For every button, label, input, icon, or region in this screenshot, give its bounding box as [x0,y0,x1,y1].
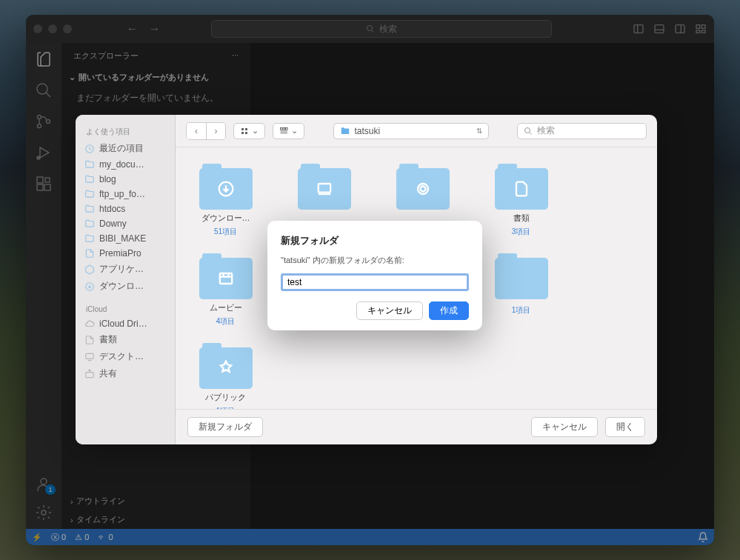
chevron-down-icon: ⌄ [291,126,298,136]
sidebar-item[interactable]: ダウンロ… [76,278,175,295]
sidebar-item-label: アプリケ… [99,263,144,276]
debug-icon[interactable] [35,144,53,161]
sidebar-item[interactable]: アプリケ… [76,261,175,278]
folder-name: ダウンロー… [201,213,250,224]
settings-gear-icon[interactable] [35,504,53,521]
search-placeholder: 検索 [537,124,555,137]
explorer-icon[interactable] [35,50,53,68]
modal-cancel-button[interactable]: キャンセル [356,301,423,320]
desktop-icon [84,352,95,362]
svg-line-13 [46,93,50,97]
maximize-window[interactable] [63,24,72,33]
cloud-icon [84,319,95,329]
sidebar-item[interactable]: BIBI_MAKE [76,231,175,246]
folder-item[interactable]: 1項目 [486,258,556,327]
folder-item[interactable]: ムービー 4項目 [190,258,261,327]
folder-item[interactable]: 書類 3項目 [486,168,556,237]
path-selector[interactable]: tatsuki ⇅ [333,123,489,139]
svg-rect-35 [283,127,285,130]
command-center[interactable]: 検索 [211,20,552,38]
source-control-icon[interactable] [35,113,53,130]
new-folder-button[interactable]: 新規フォルダ [187,417,263,437]
folder-icon [495,168,548,210]
file-icon [84,335,95,345]
folder-item[interactable]: ダウンロー… 51項目 [190,168,261,237]
sidebar-item[interactable]: ftp_up_fo… [76,187,175,201]
sidebar-item[interactable]: my_docu… [76,157,175,172]
sidebar-item[interactable]: PremiaPro [76,246,175,261]
folder-icon [396,168,450,210]
svg-point-44 [418,184,428,194]
nav-back-icon[interactable]: ← [127,22,139,36]
svg-point-14 [38,116,41,119]
search-tab-icon[interactable] [35,81,53,99]
sidebar-item[interactable]: 書類 [76,331,175,348]
open-button[interactable]: 開く [605,417,645,437]
svg-marker-17 [40,147,49,158]
accounts-icon[interactable] [35,476,53,493]
view-group-button[interactable]: ⌄ [273,123,304,139]
notifications-icon[interactable] [698,532,708,542]
svg-point-39 [525,127,530,133]
layout-sidebar-left-icon[interactable] [633,23,644,35]
svg-point-18 [37,156,40,159]
sidebar-item-label: blog [99,174,116,184]
finder-back-button[interactable]: ‹ [187,123,206,139]
svg-point-16 [47,120,50,124]
finder-search[interactable]: 検索 [517,123,647,139]
layout-sidebar-right-icon[interactable] [674,23,686,35]
status-warnings[interactable]: ⚠ 0 [75,533,89,542]
svg-rect-31 [245,128,247,130]
svg-point-12 [37,84,47,94]
finder-footer: 新規フォルダ キャンセル 開く [176,409,657,444]
sidebar-item-label: 最近の項目 [99,142,144,155]
sidebar-item[interactable]: デスクト… [76,348,175,365]
view-icons-button[interactable]: ⌄ [233,123,265,139]
svg-line-1 [372,30,374,33]
svg-point-0 [367,26,373,31]
sidebar-item[interactable]: 最近の項目 [76,140,175,157]
timeline-section[interactable]: › タイムライン [61,510,250,529]
folder-icon [495,258,548,299]
no-folder-section[interactable]: ⌄ 開いているフォルダーがありません [61,69,250,86]
status-errors[interactable]: ⓧ 0 [51,532,66,543]
search-icon [366,24,375,33]
folder-item[interactable]: パブリック 1項目 [190,347,261,409]
traffic-lights [33,24,72,33]
finder-forward-button[interactable]: › [206,123,225,139]
svg-rect-11 [701,30,705,33]
minimize-window[interactable] [48,24,57,33]
icloud-header: iCloud [76,302,175,316]
status-ports[interactable]: ᯤ 0 [98,533,113,541]
explorer-more-icon[interactable]: ··· [232,50,239,61]
sidebar-item[interactable]: Downy [76,216,175,231]
file-icon [84,248,95,259]
sidebar-item-label: iCloud Dri… [99,319,147,329]
sidebar-item[interactable]: blog [76,172,175,187]
folder-name: パブリック [205,392,246,403]
svg-rect-29 [86,372,94,377]
layout-panel-icon[interactable] [653,23,665,35]
cancel-button[interactable]: キャンセル [531,417,598,437]
svg-rect-9 [701,25,705,29]
nav-forward-icon[interactable]: → [149,22,161,36]
svg-rect-42 [318,184,330,193]
folder-count: 1項目 [216,406,236,409]
sidebar-item[interactable]: iCloud Dri… [76,316,175,331]
outline-section[interactable]: › アウトライン [61,492,250,510]
close-window[interactable] [33,24,42,33]
folder-name-input[interactable] [281,273,469,291]
svg-rect-33 [245,132,247,134]
svg-line-40 [530,132,532,134]
remote-icon[interactable]: ⚡ [32,533,42,542]
svg-point-23 [41,479,47,484]
modal-create-button[interactable]: 作成 [429,301,469,320]
svg-rect-4 [655,25,664,33]
svg-point-45 [420,187,425,192]
extensions-icon[interactable] [35,175,53,193]
explorer-title: エクスプローラー [73,50,139,61]
svg-rect-6 [676,25,684,33]
customize-layout-icon[interactable] [695,23,707,35]
sidebar-item[interactable]: htdocs [76,201,175,216]
sidebar-item[interactable]: 共有 [76,365,175,382]
